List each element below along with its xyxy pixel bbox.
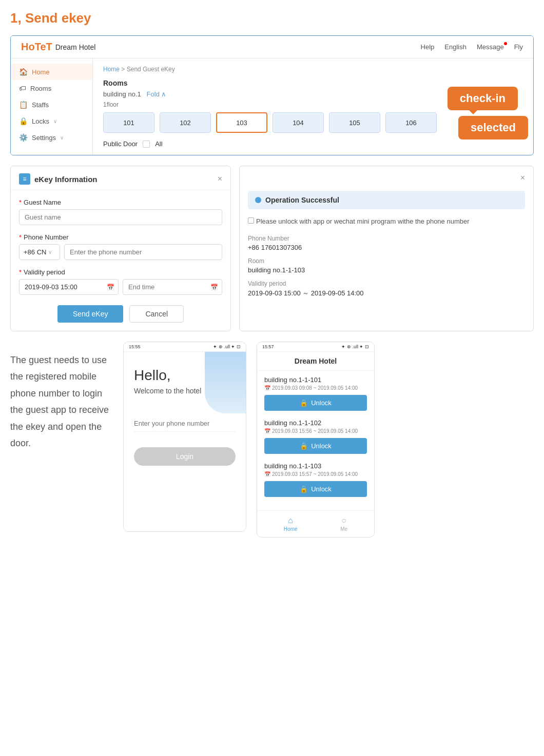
- breadcrumb-separator: >: [121, 66, 126, 73]
- room-104[interactable]: 104: [273, 112, 324, 133]
- phone-number-input[interactable]: [64, 244, 222, 260]
- ekey-panel-icon: ≡: [19, 173, 30, 185]
- guest-name-input[interactable]: [19, 209, 222, 225]
- start-date-input[interactable]: [19, 279, 119, 295]
- phone-label: * Phone Number: [19, 233, 222, 241]
- success-validity-value: 2019-09-03 15:00 ～ 2019-09-05 14:00: [248, 289, 525, 298]
- sidebar-staffs-label: Staffs: [32, 101, 49, 109]
- validity-group: * Validity period 📅 📅: [19, 268, 222, 295]
- list-item: building no.1-1-102 📅 2019.09.03 15:56 ~…: [264, 419, 367, 454]
- ekey-status-bar: 15:57 ✦ ⊕ .ull ✦ ⊡: [257, 342, 374, 352]
- unlock-button-1[interactable]: 🔒 Unlock: [264, 438, 367, 454]
- settings-chevron-icon: ∨: [60, 135, 64, 141]
- checkin-callout: check-in: [448, 87, 518, 110]
- nav-message[interactable]: Message: [477, 43, 504, 51]
- operation-success-bar: Operation Successful: [248, 191, 525, 209]
- list-item: building no.1-1-101 📅 2019.09.03 09:08 ~…: [264, 376, 367, 411]
- home-nav-icon: ⌂: [288, 516, 293, 525]
- success-phone-value: +86 17601307306: [248, 244, 525, 251]
- unlock-button-0[interactable]: 🔒 Unlock: [264, 395, 367, 411]
- sidebar-item-staffs[interactable]: 📋 Staffs: [11, 96, 92, 113]
- nav-language[interactable]: English: [444, 43, 467, 51]
- guest-name-label: * Guest Name: [19, 198, 222, 206]
- sidebar-item-settings[interactable]: ⚙️ Settings ∨: [11, 129, 92, 146]
- cancel-button[interactable]: Cancel: [129, 305, 184, 323]
- success-panel-header: ×: [240, 166, 533, 183]
- sidebar-item-locks[interactable]: 🔒 Locks ∨: [11, 113, 92, 129]
- settings-icon: ⚙️: [19, 133, 28, 142]
- room-106[interactable]: 106: [385, 112, 437, 133]
- breadcrumb-home[interactable]: Home: [103, 66, 120, 73]
- phone-prefix-select[interactable]: +86 CN ∨: [19, 244, 60, 260]
- end-date-wrap: 📅: [123, 279, 222, 295]
- login-phone-input[interactable]: [134, 415, 236, 432]
- login-status-icons: ✦ ⊕ .ull ✦ ⊡: [213, 344, 241, 349]
- ekey-list: building no.1-1-101 📅 2019.09.03 09:08 ~…: [257, 371, 374, 510]
- bottom-nav-me[interactable]: ○ Me: [340, 516, 347, 532]
- modal-btn-row: Send eKey Cancel: [19, 305, 222, 323]
- all-label: All: [155, 140, 162, 148]
- all-checkbox[interactable]: [143, 141, 150, 148]
- mobile-desc: The guest needs to use the registered mo…: [10, 342, 113, 451]
- ekey-date-2: 📅 2019.09.03 15:57 ~ 2019.09.05 14:00: [264, 471, 367, 477]
- bottom-nav-home[interactable]: ⌂ Home: [284, 516, 298, 532]
- login-status-time: 15:55: [129, 344, 141, 349]
- ekey-status-time: 15:57: [262, 344, 274, 349]
- success-room-value: building no.1-1-103: [248, 266, 525, 274]
- ekey-panel-header: ≡ eKey Information ×: [11, 166, 230, 190]
- lock-icon-0: 🔒: [300, 399, 308, 407]
- room-103[interactable]: 103: [216, 112, 267, 133]
- list-item: building no.1-1-103 📅 2019.09.03 15:57 ~…: [264, 462, 367, 497]
- login-phone-screen: 15:55 ✦ ⊕ .ull ✦ ⊡ Hello, Welcome to the…: [123, 342, 246, 532]
- room-105[interactable]: 105: [329, 112, 380, 133]
- success-close-button[interactable]: ×: [520, 173, 525, 183]
- staffs-icon: 📋: [19, 101, 28, 109]
- breadcrumb: Home > Send Guest eKey: [103, 66, 523, 73]
- sidebar-item-home[interactable]: 🏠 Home: [11, 64, 92, 80]
- unlock-notice: Please unlock with app or wechat mini pr…: [248, 216, 525, 227]
- success-phone-row: Phone Number +86 17601307306: [248, 235, 525, 251]
- start-date-wrap: 📅: [19, 279, 119, 295]
- end-date-input[interactable]: [123, 279, 222, 295]
- page-title: 1, Send ekey: [10, 10, 534, 26]
- lock-icon-2: 🔒: [300, 485, 308, 493]
- me-nav-icon: ○: [341, 516, 346, 525]
- ekey-close-button[interactable]: ×: [218, 174, 222, 184]
- validity-required: *: [19, 268, 22, 276]
- hotel-ui-section: HoTeT Dream Hotel Help English Message F…: [10, 35, 534, 155]
- ekey-room-name-1: building no.1-1-102: [264, 419, 367, 427]
- nav-fly[interactable]: Fly: [514, 43, 523, 51]
- logo-icon: HoTeT: [21, 41, 52, 53]
- mobile-section: The guest needs to use the registered mo…: [10, 342, 534, 538]
- ekey-room-name-0: building no.1-1-101: [264, 376, 367, 384]
- room-102[interactable]: 102: [160, 112, 211, 133]
- hotel-sidebar: 🏠 Home 🏷 Rooms 📋 Staffs 🔒 Locks ∨ ⚙️ Set…: [11, 58, 93, 155]
- rooms-section-label: Rooms: [103, 79, 523, 87]
- send-ekey-button[interactable]: Send eKey: [57, 305, 124, 323]
- phone-group: * Phone Number +86 CN ∨: [19, 233, 222, 260]
- panels-row: ≡ eKey Information × * Guest Name * Phon…: [10, 166, 534, 331]
- rooms-icon: 🏷: [19, 84, 26, 92]
- operation-success-text: Operation Successful: [265, 196, 339, 204]
- success-phone-label: Phone Number: [248, 235, 525, 242]
- room-101[interactable]: 101: [103, 112, 154, 133]
- nav-help[interactable]: Help: [421, 43, 435, 51]
- public-door-label: Public Door: [103, 140, 138, 148]
- lock-icon-1: 🔒: [300, 442, 308, 450]
- locks-chevron-icon: ∨: [53, 118, 57, 124]
- ekey-title-text: eKey Information: [34, 175, 98, 184]
- hotel-name: Dream Hotel: [55, 43, 96, 51]
- sidebar-home-label: Home: [32, 68, 50, 76]
- phone-bottom-nav: ⌂ Home ○ Me: [257, 510, 374, 537]
- login-phone-body: Hello, Welcome to the hotel Login: [124, 352, 246, 531]
- login-button[interactable]: Login: [134, 447, 236, 466]
- fold-button[interactable]: Fold ∧: [147, 90, 167, 98]
- start-date-calendar-icon: 📅: [107, 284, 114, 291]
- date-row: 📅 📅: [19, 279, 222, 295]
- calendar-icon-1: 📅: [264, 428, 270, 434]
- selected-callout-box: selected: [458, 116, 528, 140]
- unlock-button-2[interactable]: 🔒 Unlock: [264, 481, 367, 497]
- ekey-panel-title: ≡ eKey Information: [19, 173, 98, 185]
- sidebar-item-rooms[interactable]: 🏷 Rooms: [11, 80, 92, 96]
- guest-name-required: *: [19, 198, 22, 206]
